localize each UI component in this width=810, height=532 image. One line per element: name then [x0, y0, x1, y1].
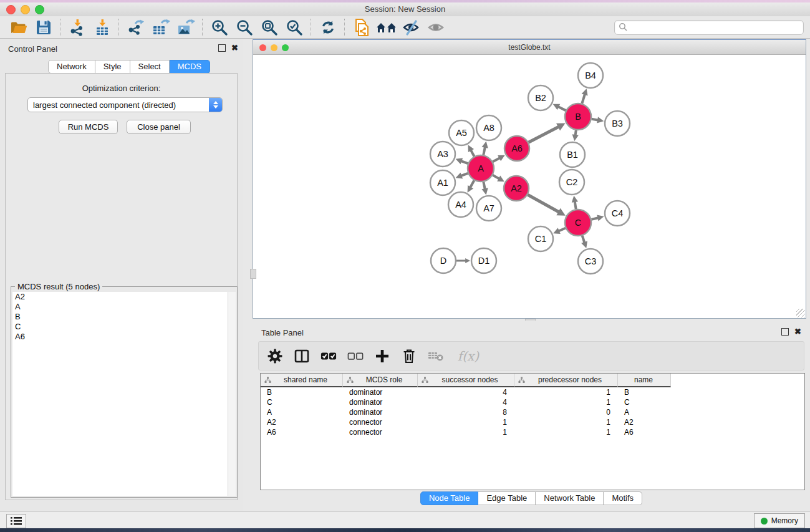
- graph-edge-B-B1[interactable]: [576, 130, 576, 135]
- column-header-name[interactable]: name: [618, 374, 671, 387]
- criterion-dropdown[interactable]: largest connected component (directed): [27, 97, 223, 112]
- graph-edge-A-A3[interactable]: [461, 161, 468, 163]
- graph-node-A5[interactable]: A5: [449, 120, 474, 145]
- graph-edge-B-B4[interactable]: [582, 94, 585, 104]
- save-session-icon[interactable]: [31, 18, 56, 37]
- tab-select[interactable]: Select: [130, 60, 170, 74]
- import-network-icon[interactable]: [65, 18, 90, 37]
- tab-edge-table[interactable]: Edge Table: [478, 491, 536, 505]
- float-panel-icon[interactable]: [218, 44, 226, 52]
- column-header-MCDS-role[interactable]: MCDS role: [343, 374, 418, 387]
- graph-node-B2[interactable]: B2: [528, 85, 553, 110]
- result-list-scrollbar[interactable]: [228, 292, 236, 496]
- graph-node-A8[interactable]: A8: [476, 115, 501, 140]
- graph-edge-C-C4[interactable]: [591, 218, 598, 220]
- graph-edge-A6-B[interactable]: [529, 127, 559, 142]
- zoom-out-icon[interactable]: [232, 18, 257, 37]
- close-panel-icon[interactable]: ✖: [231, 44, 238, 52]
- memory-button[interactable]: Memory: [754, 513, 805, 528]
- mcds-result-item[interactable]: C: [12, 322, 228, 332]
- graph-edge-C-C3[interactable]: [582, 236, 585, 243]
- network-window-titlebar[interactable]: testGlobe.txt: [253, 40, 806, 55]
- column-header-predecessor-nodes[interactable]: predecessor nodes: [514, 374, 618, 387]
- export-table-icon[interactable]: [148, 18, 173, 37]
- graph-edge-A-A4[interactable]: [470, 180, 474, 187]
- graph-edge-A-A1[interactable]: [461, 173, 468, 176]
- graph-edge-A2-C[interactable]: [528, 195, 559, 212]
- graph-node-A3[interactable]: A3: [430, 142, 455, 167]
- table-row[interactable]: A6connector11A6: [261, 427, 804, 437]
- task-history-button[interactable]: [6, 514, 26, 528]
- graph-edge-B-B2[interactable]: [558, 107, 566, 110]
- delete-column-icon[interactable]: [401, 348, 417, 364]
- import-table-icon[interactable]: [90, 18, 115, 37]
- tab-network[interactable]: Network: [48, 60, 95, 74]
- close-table-panel-icon[interactable]: ✖: [794, 328, 801, 336]
- tab-motifs[interactable]: Motifs: [604, 491, 642, 505]
- tab-style[interactable]: Style: [95, 60, 130, 74]
- zoom-in-icon[interactable]: [207, 18, 232, 37]
- show-all-networks-icon[interactable]: [374, 18, 399, 37]
- graph-node-C2[interactable]: C2: [559, 170, 584, 195]
- tab-node-table[interactable]: Node Table: [420, 491, 479, 505]
- deselect-all-icon[interactable]: [347, 348, 364, 364]
- graph-edge-A-A8[interactable]: [483, 147, 485, 155]
- graph-node-C4[interactable]: C4: [605, 201, 630, 226]
- graph-node-A1[interactable]: A1: [430, 170, 455, 195]
- run-mcds-button[interactable]: Run MCDS: [59, 120, 118, 134]
- table-row[interactable]: Bdominator41B: [261, 387, 804, 397]
- mcds-result-item[interactable]: A6: [12, 332, 228, 342]
- add-column-icon[interactable]: [374, 348, 390, 364]
- split-view-icon[interactable]: [294, 348, 310, 364]
- network-canvas[interactable]: B4B2BB3A5A8A6B1A3AC2A1A2A4A7C4CC1C3DD1: [253, 55, 806, 318]
- float-table-panel-icon[interactable]: [781, 328, 789, 336]
- mcds-result-item[interactable]: B: [12, 312, 228, 322]
- graph-edge-A-A5[interactable]: [471, 150, 474, 157]
- clone-network-icon[interactable]: [349, 18, 374, 37]
- tab-mcds[interactable]: MCDS: [170, 60, 210, 74]
- graph-node-C3[interactable]: C3: [578, 249, 603, 274]
- function-builder-icon[interactable]: f(x): [455, 348, 482, 364]
- search-input[interactable]: [628, 21, 803, 34]
- table-row[interactable]: A2connector11A2: [261, 417, 804, 427]
- export-network-icon[interactable]: [123, 18, 148, 37]
- graph-node-C1[interactable]: C1: [528, 226, 553, 251]
- graph-edge-C-C2[interactable]: [575, 201, 576, 209]
- open-session-icon[interactable]: [6, 18, 31, 37]
- select-all-icon[interactable]: [321, 348, 337, 364]
- vertical-splitter-handle[interactable]: [250, 269, 256, 279]
- graph-node-B3[interactable]: B3: [605, 111, 630, 136]
- table-row[interactable]: Cdominator41C: [261, 397, 804, 407]
- graph-edge-C-C1[interactable]: [559, 228, 566, 231]
- column-header-successor-nodes[interactable]: successor nodes: [418, 374, 514, 387]
- graph-edge-A-A2[interactable]: [493, 175, 499, 179]
- window-resize-grip[interactable]: [796, 309, 805, 317]
- refresh-layout-icon[interactable]: [316, 18, 340, 37]
- hide-selected-icon[interactable]: [399, 18, 424, 37]
- zoom-fit-icon[interactable]: [257, 18, 282, 37]
- graph-edge-B-B3[interactable]: [592, 119, 598, 120]
- mcds-result-item[interactable]: A: [12, 302, 228, 312]
- graph-node-B4[interactable]: B4: [578, 63, 603, 88]
- show-selected-icon[interactable]: [424, 18, 449, 37]
- column-header-shared-name[interactable]: shared name: [261, 374, 343, 387]
- mcds-result-item[interactable]: A2: [12, 292, 228, 302]
- settings-gear-icon[interactable]: [267, 348, 283, 364]
- graph-node-B[interactable]: B: [565, 104, 591, 130]
- table-row[interactable]: Adominator80A: [261, 407, 804, 417]
- graph-node-C[interactable]: C: [565, 210, 591, 236]
- graph-node-A6[interactable]: A6: [504, 136, 529, 161]
- graph-node-D1[interactable]: D1: [471, 248, 496, 273]
- export-image-icon[interactable]: [173, 18, 198, 37]
- graph-node-A7[interactable]: A7: [476, 196, 501, 221]
- tab-network-table[interactable]: Network Table: [536, 491, 604, 505]
- graph-node-D[interactable]: D: [431, 248, 456, 273]
- graph-node-A4[interactable]: A4: [448, 192, 473, 217]
- graph-node-A[interactable]: A: [468, 155, 494, 181]
- close-panel-button[interactable]: Close panel: [127, 120, 191, 134]
- graph-node-A2[interactable]: A2: [504, 176, 529, 201]
- delete-table-icon[interactable]: [428, 348, 444, 364]
- zoom-selected-icon[interactable]: [282, 18, 307, 37]
- graph-edge-A-A6[interactable]: [493, 158, 499, 162]
- graph-edge-A-A7[interactable]: [483, 182, 485, 190]
